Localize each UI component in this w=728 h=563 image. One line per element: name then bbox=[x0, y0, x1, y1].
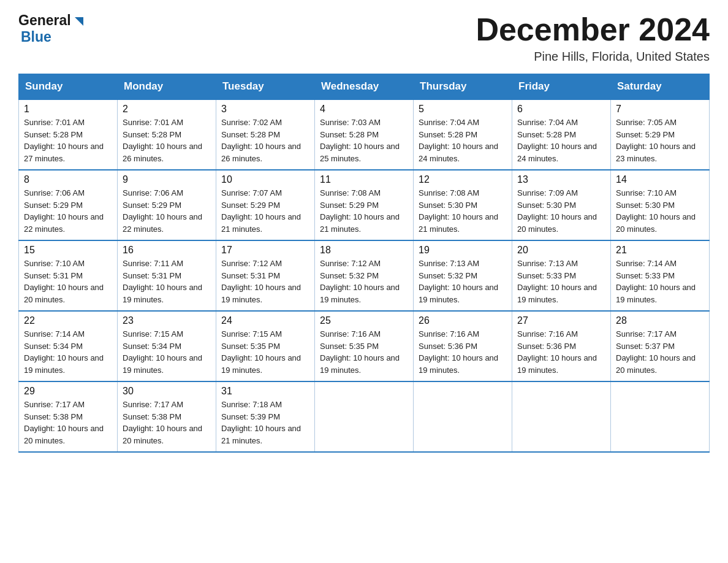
day-info: Sunrise: 7:17 AMSunset: 5:38 PMDaylight:… bbox=[24, 399, 112, 446]
day-info: Sunrise: 7:07 AMSunset: 5:29 PMDaylight:… bbox=[221, 187, 309, 235]
logo-general-text: General bbox=[18, 12, 71, 29]
day-number: 21 bbox=[616, 245, 704, 256]
day-number: 9 bbox=[123, 174, 211, 185]
calendar-cell: 27 Sunrise: 7:16 AMSunset: 5:36 PMDaylig… bbox=[512, 311, 611, 381]
day-number: 8 bbox=[24, 174, 112, 185]
calendar-week-row: 8 Sunrise: 7:06 AMSunset: 5:29 PMDayligh… bbox=[19, 170, 710, 240]
day-number: 26 bbox=[419, 315, 507, 326]
day-number: 16 bbox=[123, 245, 211, 256]
day-number: 1 bbox=[24, 104, 112, 115]
day-number: 12 bbox=[419, 174, 507, 185]
calendar-cell: 19 Sunrise: 7:13 AMSunset: 5:32 PMDaylig… bbox=[414, 240, 512, 311]
page-header: General Blue December 2024 Pine Hills, F… bbox=[18, 12, 710, 64]
weekday-header-tuesday: Tuesday bbox=[216, 74, 315, 100]
calendar-cell: 2 Sunrise: 7:01 AMSunset: 5:28 PMDayligh… bbox=[118, 99, 216, 170]
day-number: 15 bbox=[24, 245, 112, 256]
day-info: Sunrise: 7:16 AMSunset: 5:36 PMDaylight:… bbox=[419, 328, 507, 376]
day-number: 11 bbox=[320, 174, 408, 185]
day-number: 31 bbox=[221, 386, 309, 397]
calendar-cell: 9 Sunrise: 7:06 AMSunset: 5:29 PMDayligh… bbox=[118, 170, 216, 240]
calendar-cell: 1 Sunrise: 7:01 AMSunset: 5:28 PMDayligh… bbox=[19, 99, 118, 170]
day-number: 18 bbox=[320, 245, 408, 256]
weekday-header-thursday: Thursday bbox=[414, 74, 512, 100]
calendar-cell: 31 Sunrise: 7:18 AMSunset: 5:39 PMDaylig… bbox=[216, 381, 315, 452]
calendar-cell: 8 Sunrise: 7:06 AMSunset: 5:29 PMDayligh… bbox=[19, 170, 118, 240]
calendar-cell: 24 Sunrise: 7:15 AMSunset: 5:35 PMDaylig… bbox=[216, 311, 315, 381]
day-number: 7 bbox=[616, 104, 704, 115]
weekday-header-wednesday: Wednesday bbox=[315, 74, 414, 100]
day-info: Sunrise: 7:04 AMSunset: 5:28 PMDaylight:… bbox=[419, 117, 507, 164]
day-info: Sunrise: 7:02 AMSunset: 5:28 PMDaylight:… bbox=[221, 117, 309, 164]
calendar-cell: 30 Sunrise: 7:17 AMSunset: 5:38 PMDaylig… bbox=[118, 381, 216, 452]
day-number: 3 bbox=[221, 104, 309, 115]
logo-triangle-icon bbox=[72, 15, 86, 28]
day-info: Sunrise: 7:15 AMSunset: 5:34 PMDaylight:… bbox=[123, 328, 211, 376]
weekday-header-sunday: Sunday bbox=[19, 74, 118, 100]
day-info: Sunrise: 7:16 AMSunset: 5:36 PMDaylight:… bbox=[517, 328, 605, 376]
calendar-cell: 10 Sunrise: 7:07 AMSunset: 5:29 PMDaylig… bbox=[216, 170, 315, 240]
day-number: 5 bbox=[419, 104, 507, 115]
day-number: 29 bbox=[24, 386, 112, 397]
calendar-table: SundayMondayTuesdayWednesdayThursdayFrid… bbox=[18, 74, 710, 453]
day-number: 23 bbox=[123, 315, 211, 326]
calendar-week-row: 22 Sunrise: 7:14 AMSunset: 5:34 PMDaylig… bbox=[19, 311, 710, 381]
calendar-cell: 25 Sunrise: 7:16 AMSunset: 5:35 PMDaylig… bbox=[315, 311, 414, 381]
day-info: Sunrise: 7:10 AMSunset: 5:30 PMDaylight:… bbox=[616, 187, 704, 235]
calendar-cell: 13 Sunrise: 7:09 AMSunset: 5:30 PMDaylig… bbox=[512, 170, 611, 240]
calendar-cell: 11 Sunrise: 7:08 AMSunset: 5:29 PMDaylig… bbox=[315, 170, 414, 240]
day-info: Sunrise: 7:12 AMSunset: 5:32 PMDaylight:… bbox=[320, 258, 408, 305]
calendar-cell: 14 Sunrise: 7:10 AMSunset: 5:30 PMDaylig… bbox=[611, 170, 710, 240]
day-info: Sunrise: 7:13 AMSunset: 5:32 PMDaylight:… bbox=[419, 258, 507, 305]
location-text: Pine Hills, Florida, United States bbox=[476, 50, 710, 64]
day-info: Sunrise: 7:14 AMSunset: 5:34 PMDaylight:… bbox=[24, 328, 112, 376]
day-info: Sunrise: 7:04 AMSunset: 5:28 PMDaylight:… bbox=[517, 117, 605, 164]
day-info: Sunrise: 7:17 AMSunset: 5:38 PMDaylight:… bbox=[123, 399, 211, 446]
calendar-cell bbox=[315, 381, 414, 452]
calendar-week-row: 1 Sunrise: 7:01 AMSunset: 5:28 PMDayligh… bbox=[19, 99, 710, 170]
day-number: 28 bbox=[616, 315, 704, 326]
day-info: Sunrise: 7:06 AMSunset: 5:29 PMDaylight:… bbox=[123, 187, 211, 235]
day-info: Sunrise: 7:18 AMSunset: 5:39 PMDaylight:… bbox=[221, 399, 309, 446]
day-number: 17 bbox=[221, 245, 309, 256]
calendar-cell: 18 Sunrise: 7:12 AMSunset: 5:32 PMDaylig… bbox=[315, 240, 414, 311]
day-number: 6 bbox=[517, 104, 605, 115]
day-info: Sunrise: 7:15 AMSunset: 5:35 PMDaylight:… bbox=[221, 328, 309, 376]
weekday-header-friday: Friday bbox=[512, 74, 611, 100]
calendar-cell: 21 Sunrise: 7:14 AMSunset: 5:33 PMDaylig… bbox=[611, 240, 710, 311]
calendar-cell: 5 Sunrise: 7:04 AMSunset: 5:28 PMDayligh… bbox=[414, 99, 512, 170]
day-info: Sunrise: 7:16 AMSunset: 5:35 PMDaylight:… bbox=[320, 328, 408, 376]
logo-blue-text: Blue bbox=[21, 29, 51, 45]
calendar-cell: 4 Sunrise: 7:03 AMSunset: 5:28 PMDayligh… bbox=[315, 99, 414, 170]
calendar-cell: 17 Sunrise: 7:12 AMSunset: 5:31 PMDaylig… bbox=[216, 240, 315, 311]
day-info: Sunrise: 7:08 AMSunset: 5:30 PMDaylight:… bbox=[419, 187, 507, 235]
day-number: 13 bbox=[517, 174, 605, 185]
logo: General Blue bbox=[18, 12, 86, 45]
day-number: 10 bbox=[221, 174, 309, 185]
day-info: Sunrise: 7:10 AMSunset: 5:31 PMDaylight:… bbox=[24, 258, 112, 305]
day-info: Sunrise: 7:09 AMSunset: 5:30 PMDaylight:… bbox=[517, 187, 605, 235]
day-info: Sunrise: 7:01 AMSunset: 5:28 PMDaylight:… bbox=[24, 117, 112, 164]
day-number: 24 bbox=[221, 315, 309, 326]
calendar-cell: 22 Sunrise: 7:14 AMSunset: 5:34 PMDaylig… bbox=[19, 311, 118, 381]
calendar-cell bbox=[611, 381, 710, 452]
calendar-cell: 12 Sunrise: 7:08 AMSunset: 5:30 PMDaylig… bbox=[414, 170, 512, 240]
calendar-cell: 28 Sunrise: 7:17 AMSunset: 5:37 PMDaylig… bbox=[611, 311, 710, 381]
day-number: 22 bbox=[24, 315, 112, 326]
calendar-cell: 20 Sunrise: 7:13 AMSunset: 5:33 PMDaylig… bbox=[512, 240, 611, 311]
day-info: Sunrise: 7:14 AMSunset: 5:33 PMDaylight:… bbox=[616, 258, 704, 305]
title-area: December 2024 Pine Hills, Florida, Unite… bbox=[476, 12, 710, 64]
day-info: Sunrise: 7:03 AMSunset: 5:28 PMDaylight:… bbox=[320, 117, 408, 164]
weekday-header-monday: Monday bbox=[118, 74, 216, 100]
day-info: Sunrise: 7:06 AMSunset: 5:29 PMDaylight:… bbox=[24, 187, 112, 235]
svg-marker-0 bbox=[75, 17, 83, 26]
day-number: 19 bbox=[419, 245, 507, 256]
calendar-cell bbox=[512, 381, 611, 452]
day-number: 2 bbox=[123, 104, 211, 115]
month-title: December 2024 bbox=[476, 12, 710, 47]
day-info: Sunrise: 7:11 AMSunset: 5:31 PMDaylight:… bbox=[123, 258, 211, 305]
day-number: 25 bbox=[320, 315, 408, 326]
calendar-week-row: 29 Sunrise: 7:17 AMSunset: 5:38 PMDaylig… bbox=[19, 381, 710, 452]
calendar-week-row: 15 Sunrise: 7:10 AMSunset: 5:31 PMDaylig… bbox=[19, 240, 710, 311]
calendar-cell: 26 Sunrise: 7:16 AMSunset: 5:36 PMDaylig… bbox=[414, 311, 512, 381]
weekday-header-saturday: Saturday bbox=[611, 74, 710, 100]
